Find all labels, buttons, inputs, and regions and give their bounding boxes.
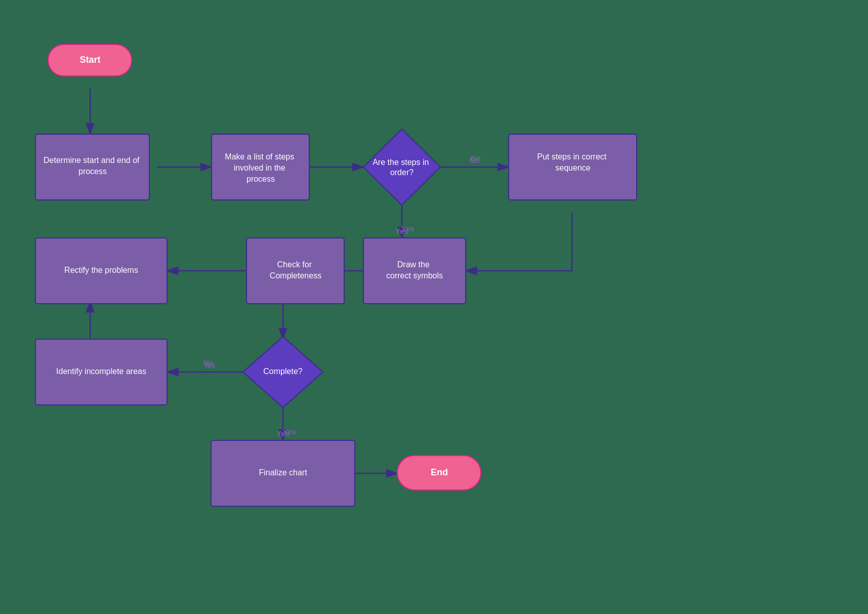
- end-label: End: [431, 467, 448, 477]
- arrow-putsteps-drawsymbols: [466, 213, 572, 271]
- aresteps-node: [363, 129, 440, 205]
- finalize-label: Finalize chart: [259, 468, 307, 477]
- yes-label-steps: Yes: [401, 224, 415, 233]
- drawsymbols-node: [363, 238, 466, 304]
- rectify-label: Rectify the problems: [64, 266, 138, 274]
- start-label: Start: [79, 55, 100, 65]
- yes-label-complete: Yes: [283, 427, 296, 436]
- check-node: [246, 238, 344, 304]
- no-label-complete: No: [203, 358, 214, 367]
- no-label-steps: No: [471, 154, 481, 162]
- complete-label: Complete?: [263, 367, 302, 376]
- identify-label: Identify incomplete areas: [56, 367, 146, 376]
